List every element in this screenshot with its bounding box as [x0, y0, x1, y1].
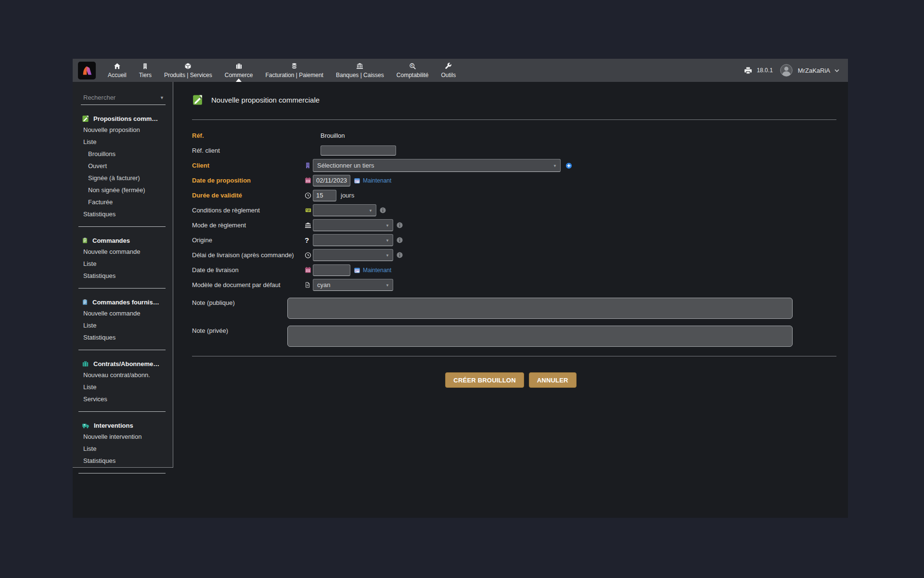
note-privee-textarea[interactable] [287, 326, 793, 347]
conditions-reglement-select[interactable]: ▼ [313, 204, 376, 216]
field-label: Mode de règlement [192, 222, 305, 229]
user-name[interactable]: MrZaKaRiA [798, 67, 830, 74]
actions-divider [192, 356, 836, 356]
form-row-duree-validite: Durée de validité jours [192, 188, 836, 203]
order-icon [82, 237, 88, 244]
section-title: Propositions comm… [93, 115, 158, 122]
field-label: Note (publique) [192, 298, 287, 306]
sidebar-item-statistiques-interventions[interactable]: Statistiques [83, 455, 173, 467]
sidebar-item-liste-contrats[interactable]: Liste [83, 381, 173, 393]
nav-commerce[interactable]: Commerce [218, 59, 259, 82]
field-label: Client [192, 162, 305, 169]
navbar-right: 18.0.1 MrZaKaRiA [744, 64, 848, 77]
date-livraison-input[interactable] [313, 264, 350, 276]
calendar-picker-icon[interactable] [354, 178, 360, 184]
search-dropdown-caret[interactable]: ▼ [160, 95, 164, 100]
nav-label: Facturation | Paiement [265, 72, 323, 79]
clock-icon [305, 252, 313, 259]
duree-validite-input[interactable] [313, 190, 336, 201]
section-title: Contrats/Abonneme… [93, 360, 159, 368]
building-icon [142, 63, 148, 70]
info-icon[interactable] [380, 207, 386, 213]
now-link[interactable]: Maintenant [363, 267, 391, 274]
sidebar-item-liste-commandes-fournisseurs[interactable]: Liste [83, 319, 173, 331]
chevron-down-icon[interactable] [834, 69, 839, 72]
sidebar-section-propositions[interactable]: Propositions comm… [82, 115, 173, 122]
form-row-ref: Réf. Brouillon [192, 128, 836, 143]
user-avatar[interactable] [780, 64, 793, 77]
coins-icon [291, 63, 298, 70]
sidebar-item-facturee[interactable]: Facturée [88, 196, 173, 208]
main-content: Nouvelle proposition commerciale Réf. Br… [174, 82, 848, 518]
nav-banques-caisses[interactable]: Banques | Caisses [330, 59, 390, 82]
sidebar-item-non-signee[interactable]: Non signée (fermée) [88, 184, 173, 196]
calendar-icon [305, 177, 313, 184]
info-icon[interactable] [397, 222, 403, 228]
sidebar-item-services[interactable]: Services [83, 393, 173, 405]
nav-outils[interactable]: Outils [435, 59, 462, 82]
add-client-button[interactable] [565, 162, 572, 169]
sidebar-item-liste-commandes[interactable]: Liste [83, 258, 173, 270]
info-icon[interactable] [397, 252, 403, 258]
sidebar-item-liste-interventions[interactable]: Liste [83, 443, 173, 455]
modele-document-select[interactable]: cyan ▼ [313, 279, 393, 291]
form-row-ref-client: Réf. client [192, 143, 836, 158]
sidebar-item-nouvelle-proposition[interactable]: Nouvelle proposition [83, 124, 173, 136]
date-proposition-input[interactable] [313, 175, 350, 186]
supplier-order-icon [82, 299, 88, 306]
sidebar-item-nouvelle-commande[interactable]: Nouvelle commande [83, 246, 173, 258]
mode-reglement-select[interactable]: ▼ [313, 219, 393, 231]
section-title: Interventions [94, 422, 133, 429]
intervention-icon [82, 422, 90, 429]
dolibarr-logo-icon [80, 63, 94, 78]
nav-comptabilite[interactable]: € Comptabilité [390, 59, 435, 82]
bank-icon [356, 63, 363, 70]
origine-select[interactable]: ▼ [313, 234, 393, 246]
create-draft-button[interactable]: CRÉER BROUILLON [445, 372, 524, 388]
sidebar-item-nouveau-contrat[interactable]: Nouveau contrat/abonn. [83, 369, 173, 381]
form-row-date-livraison: Date de livraison Maintenant [192, 263, 836, 277]
now-link[interactable]: Maintenant [363, 177, 391, 184]
search-input[interactable]: Rechercher ▼ [81, 94, 166, 105]
print-icon[interactable] [744, 66, 752, 75]
nav-tiers[interactable]: Tiers [133, 59, 158, 82]
field-label: Réf. client [192, 147, 305, 154]
sidebar-section-interventions[interactable]: Interventions [82, 422, 173, 429]
select-caret-icon: ▼ [553, 163, 557, 168]
sidebar-item-statistiques-commandes-fournisseurs[interactable]: Statistiques [83, 331, 173, 343]
sidebar-section-contrats[interactable]: Contrats/Abonneme… [82, 360, 173, 368]
bank-icon [305, 222, 313, 229]
sidebar-item-ouvert[interactable]: Ouvert [88, 160, 173, 172]
sidebar-item-nouvelle-intervention[interactable]: Nouvelle intervention [83, 431, 173, 443]
building-icon [305, 162, 313, 169]
briefcase-icon [235, 63, 243, 70]
page-title-text: Nouvelle proposition commerciale [211, 96, 320, 104]
home-icon [114, 63, 121, 70]
ref-client-input[interactable] [321, 145, 396, 156]
sidebar-item-brouillons[interactable]: Brouillons [88, 148, 173, 160]
payment-terms-icon [305, 207, 313, 213]
client-select[interactable]: Sélectionner un tiers ▼ [313, 159, 561, 172]
sidebar-section-commandes[interactable]: Commandes [82, 237, 173, 244]
info-icon[interactable] [397, 237, 403, 243]
form-row-origine: Origine ? ▼ [192, 233, 836, 248]
sidebar-item-statistiques-commandes[interactable]: Statistiques [83, 270, 173, 282]
nav-accueil[interactable]: Accueil [102, 59, 133, 82]
note-publique-textarea[interactable] [287, 298, 793, 319]
sidebar-item-nouvelle-commande-fournisseur[interactable]: Nouvelle commande [83, 307, 173, 319]
select-caret-icon: ▼ [385, 238, 389, 242]
sidebar-item-statistiques-propositions[interactable]: Statistiques [83, 208, 173, 220]
nav-produits-services[interactable]: Produits | Services [158, 59, 218, 82]
sidebar-section-commandes-fournisseurs[interactable]: Commandes fournis… [82, 299, 173, 306]
calendar-picker-icon[interactable] [354, 267, 360, 273]
nav-facturation-paiement[interactable]: Facturation | Paiement [259, 59, 330, 82]
active-menu-caret [236, 79, 242, 82]
delai-livraison-select[interactable]: ▼ [313, 249, 393, 261]
form-row-mode-reglement: Mode de règlement ▼ [192, 218, 836, 233]
dolibarr-logo[interactable] [78, 62, 96, 79]
cancel-button[interactable]: ANNULER [529, 372, 577, 388]
sidebar-item-signee[interactable]: Signée (à facturer) [88, 172, 173, 184]
sidebar-item-liste-propositions[interactable]: Liste [83, 136, 173, 148]
form-row-date-proposition: Date de proposition Maintenant [192, 173, 836, 188]
select-caret-icon: ▼ [385, 223, 389, 227]
